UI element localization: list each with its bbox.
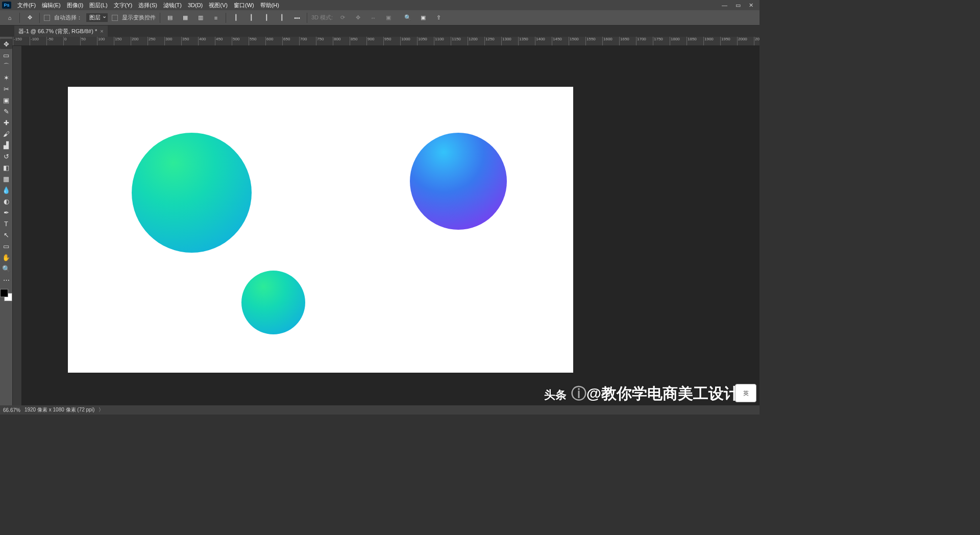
pen-tool[interactable]: ✒ xyxy=(0,207,12,217)
home-icon[interactable]: ⌂ xyxy=(4,12,15,23)
document xyxy=(68,87,573,373)
ellipse-1-copy[interactable] xyxy=(410,133,507,230)
doc-dimensions: 1920 像素 x 1080 像素 (72 ppi) xyxy=(24,406,94,414)
share-icon[interactable]: ⇪ xyxy=(433,12,444,23)
more-align-icon[interactable]: ≡ xyxy=(210,12,222,23)
show-transform-label: 显示变换控件 xyxy=(122,14,156,21)
distribute-v3-icon[interactable]: ┃ xyxy=(261,12,272,23)
auto-select-label: 自动选择： xyxy=(54,14,82,21)
shape-tool[interactable]: ▭ xyxy=(0,241,12,251)
color-swatch[interactable] xyxy=(0,289,12,301)
lasso-tool[interactable]: ⌒ xyxy=(0,61,12,71)
3d-orbit-icon: ⟳ xyxy=(337,12,348,23)
window-restore-icon[interactable]: ▭ xyxy=(731,1,745,10)
document-tab-bar: 器-1 @ 66.7% (背景, RGB/8#) * × xyxy=(0,26,760,37)
close-tab-icon[interactable]: × xyxy=(100,28,103,34)
dodge-tool[interactable]: ◐ xyxy=(0,196,12,206)
menu-help[interactable]: 帮助(H) xyxy=(257,1,282,10)
distribute-v2-icon[interactable]: ┃ xyxy=(246,12,257,23)
status-bar: 66.67% 1920 像素 x 1080 像素 (72 ppi) 〉 xyxy=(0,405,760,415)
workspace-icon[interactable]: ▣ xyxy=(418,12,429,23)
menu-window[interactable]: 窗口(W) xyxy=(231,1,257,10)
3d-mode-label: 3D 模式: xyxy=(311,14,333,21)
ellipse-1[interactable] xyxy=(132,133,252,253)
move-tool[interactable]: ✥ xyxy=(0,39,12,49)
heal-tool[interactable]: ✚ xyxy=(0,117,12,128)
options-bar: ⌂ ✥ 自动选择： 图层 显示变换控件 ▤ ▦ ▥ ≡ ┃ ┃ ┃ ┃ ••• … xyxy=(0,10,760,26)
eraser-tool[interactable]: ◧ xyxy=(0,162,12,173)
menu-edit[interactable]: 编辑(E) xyxy=(39,1,64,10)
zoom-level[interactable]: 66.67% xyxy=(3,407,20,413)
status-arrow-icon[interactable]: 〉 xyxy=(99,406,104,414)
edit-toolbar-icon[interactable]: ⋯ xyxy=(0,275,12,285)
overflow-icon[interactable]: ••• xyxy=(291,12,303,23)
document-tab-title: 器-1 @ 66.7% (背景, RGB/8#) * xyxy=(18,28,97,35)
eyedropper-tool[interactable]: ✎ xyxy=(0,106,12,116)
blur-tool[interactable]: 💧 xyxy=(0,185,12,195)
auto-select-target-dropdown[interactable]: 图层 xyxy=(86,13,108,22)
menu-filter[interactable]: 滤镜(T) xyxy=(160,1,185,10)
vertical-ruler xyxy=(13,46,22,405)
menu-view[interactable]: 视图(V) xyxy=(206,1,231,10)
toolbox: ✥ ▭ ⌒ ✶ ✂ ▣ ✎ ✚ 🖌 ▟ ↺ ◧ ▦ 💧 ◐ ✒ T ↖ ▭ ✋ … xyxy=(0,37,13,405)
menu-type[interactable]: 文字(Y) xyxy=(111,1,136,10)
ime-badge[interactable]: 英 xyxy=(735,384,756,402)
history-brush-tool[interactable]: ↺ xyxy=(0,151,12,161)
stamp-tool[interactable]: ▟ xyxy=(0,140,12,150)
horizontal-ruler: -150-100-5005010015020025030035040045050… xyxy=(13,37,760,46)
distribute-v1-icon[interactable]: ┃ xyxy=(230,12,241,23)
search-icon[interactable]: 🔍 xyxy=(402,12,413,23)
move-tool-icon[interactable]: ✥ xyxy=(24,12,35,23)
3d-camera-icon: ▣ xyxy=(383,12,394,23)
canvas[interactable] xyxy=(22,46,760,405)
foreground-swatch[interactable] xyxy=(0,289,8,297)
align-left-icon[interactable]: ▤ xyxy=(164,12,176,23)
3d-pan-icon: ✥ xyxy=(352,12,363,23)
canvas-area: -150-100-5005010015020025030035040045050… xyxy=(13,37,760,405)
gradient-tool[interactable]: ▦ xyxy=(0,174,12,184)
menu-file[interactable]: 文件(F) xyxy=(14,1,39,10)
path-select-tool[interactable]: ↖ xyxy=(0,230,12,240)
crop-tool[interactable]: ✂ xyxy=(0,84,12,94)
align-center-icon[interactable]: ▦ xyxy=(180,12,191,23)
menu-3d[interactable]: 3D(D) xyxy=(185,1,206,9)
zoom-tool[interactable]: 🔍 xyxy=(0,263,12,274)
distribute-h-icon[interactable]: ┃ xyxy=(276,12,287,23)
menu-select[interactable]: 选择(S) xyxy=(135,1,160,10)
document-tab[interactable]: 器-1 @ 66.7% (背景, RGB/8#) * × xyxy=(14,26,108,37)
frame-tool[interactable]: ▣ xyxy=(0,95,12,105)
show-transform-checkbox[interactable] xyxy=(112,15,118,21)
brush-tool[interactable]: 🖌 xyxy=(0,129,12,139)
magic-wand-tool[interactable]: ✶ xyxy=(0,72,12,83)
3d-slide-icon: ↔ xyxy=(368,12,379,23)
auto-select-checkbox[interactable] xyxy=(44,15,50,21)
marquee-tool[interactable]: ▭ xyxy=(0,50,12,60)
type-tool[interactable]: T xyxy=(0,218,12,229)
window-minimize-icon[interactable]: — xyxy=(718,1,731,9)
ellipse-1-copy-2[interactable] xyxy=(241,271,305,334)
menu-layer[interactable]: 图层(L) xyxy=(86,1,110,10)
menu-image[interactable]: 图像(I) xyxy=(64,1,86,10)
app-logo: Ps xyxy=(2,2,11,9)
align-right-icon[interactable]: ▥ xyxy=(195,12,206,23)
menu-bar: Ps 文件(F) 编辑(E) 图像(I) 图层(L) 文字(Y) 选择(S) 滤… xyxy=(0,0,760,10)
hand-tool[interactable]: ✋ xyxy=(0,252,12,262)
window-close-icon[interactable]: ✕ xyxy=(745,1,757,10)
